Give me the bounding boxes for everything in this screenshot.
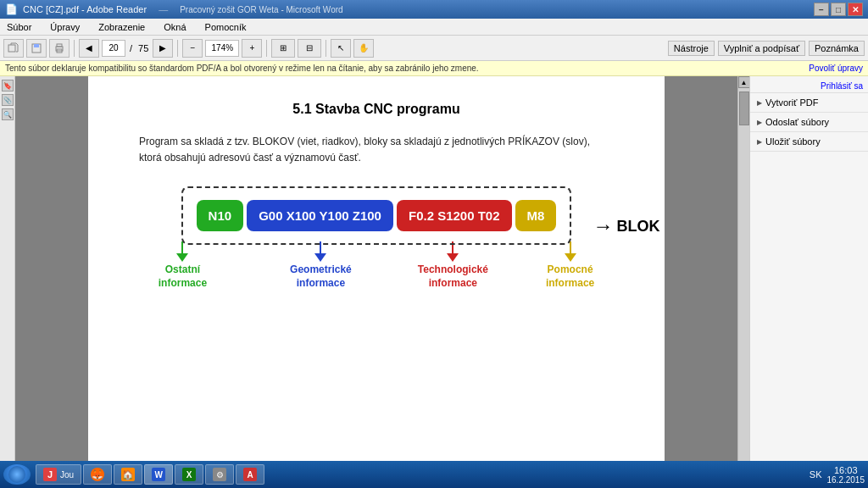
start-button-icon	[8, 466, 25, 483]
page-number-input[interactable]	[102, 40, 125, 57]
rp-section-create-pdf[interactable]: ▶ Vytvoriť PDF	[750, 93, 868, 113]
rp-arrow-1: ▶	[757, 99, 762, 107]
taskbar-home-icon: 🏠	[121, 468, 135, 481]
label-geometricke-line1: Geometrické	[290, 263, 352, 275]
page-total: 75	[136, 43, 150, 53]
block-n10: N10	[197, 200, 244, 231]
rp-arrow-3: ▶	[757, 138, 762, 146]
zoom-in-button[interactable]: +	[242, 39, 262, 58]
body-line-2: ktorá obsahujú adresovú časť a významovú…	[139, 152, 361, 164]
taskbar-word-icon: W	[152, 468, 165, 481]
info-action[interactable]: Povoliť úpravy	[809, 64, 863, 73]
menu-bar: Súbor Úpravy Zobrazenie Okná Pomocník	[0, 19, 868, 36]
taskbar-jou[interactable]: J Jou	[36, 464, 81, 485]
section-heading: Stavba CNC programu	[315, 102, 460, 116]
taskbar-jou-icon: J	[43, 468, 57, 481]
blok-label: BLOK	[617, 218, 660, 236]
svg-rect-4	[57, 44, 62, 47]
block-g00: G00 X100 Y100 Z100	[247, 200, 393, 231]
toolbar-separator-1	[74, 40, 75, 57]
block-m8: M8	[515, 200, 557, 231]
clock-date: 16.2.2015	[827, 475, 865, 485]
select-tool-button[interactable]: ↖	[331, 39, 351, 58]
taskbar-system-tray: SK 16:03 16.2.2015	[810, 465, 865, 485]
fit-width-button[interactable]: ⊟	[298, 39, 321, 58]
minimize-button[interactable]: −	[814, 3, 829, 16]
info-bar: Tento súbor deklaruje kompatibilitu so š…	[0, 61, 868, 76]
taskbar-firefox-icon: 🦊	[91, 468, 104, 481]
menu-upravy[interactable]: Úpravy	[47, 22, 83, 32]
save-button[interactable]	[26, 39, 47, 58]
label-ostatni: Ostatní informace	[159, 241, 207, 290]
taskbar-home[interactable]: 🏠	[114, 464, 142, 485]
diagram-border: N10 G00 X100 Y100 Z100 F0.2 S1200 T02 M8	[181, 186, 572, 245]
taskbar-settings[interactable]: ⚙	[205, 464, 234, 485]
menu-zobrazenie[interactable]: Zobrazenie	[95, 22, 148, 32]
zoom-input[interactable]	[205, 40, 239, 57]
prev-page-button[interactable]: ◀	[79, 39, 99, 58]
nastroje-button[interactable]: Nástroje	[668, 41, 715, 56]
taskbar-acrobat[interactable]: A	[236, 464, 264, 485]
right-panel-login[interactable]: Prihlásiť sa	[750, 80, 868, 93]
title-bar: 📄 CNC [CZ].pdf - Adobe Reader — Pracovný…	[0, 0, 868, 19]
label-geometricke: Geometrické informace	[290, 241, 352, 290]
taskbar-word[interactable]: W	[144, 464, 173, 485]
next-page-button[interactable]: ▶	[153, 39, 173, 58]
label-technologicke: Technologické informace	[418, 241, 488, 290]
vertical-scrollbar[interactable]: ▲	[737, 76, 749, 461]
toolbar: ◀ / 75 ▶ − + ⊞ ⊟ ↖ ✋ Nástroje Vyplniť a …	[0, 36, 868, 61]
toolbar-separator-2	[177, 40, 178, 57]
left-sidebar: 🔖 📎 🔍	[0, 76, 15, 461]
diagram-wrapper: N10 G00 X100 Y100 Z100 F0.2 S1200 T02 M8…	[139, 186, 614, 290]
bg-window-title: Pracovný zošit GOR Weta - Microsoft Word	[180, 5, 342, 14]
rp-label-1: Vytvoriť PDF	[765, 97, 818, 108]
fit-page-button[interactable]: ⊞	[271, 39, 295, 58]
maximize-button[interactable]: □	[831, 3, 846, 16]
block-diagram: N10 G00 X100 Y100 Z100 F0.2 S1200 T02 M8…	[139, 186, 614, 290]
comment-button[interactable]: Poznámka	[809, 41, 865, 56]
rp-arrow-2: ▶	[757, 119, 762, 126]
hand-tool-button[interactable]: ✋	[353, 39, 374, 58]
menu-okna[interactable]: Okná	[160, 22, 189, 32]
svg-rect-2	[34, 44, 39, 47]
rp-section-save-files[interactable]: ▶ Uložiť súbory	[750, 132, 868, 152]
close-button[interactable]: ✕	[848, 3, 863, 16]
taskbar-excel[interactable]: X	[175, 464, 203, 485]
taskbar-settings-icon: ⚙	[213, 468, 226, 481]
main-area: 🔖 📎 🔍 5.1 Stavba CNC programu Program sa…	[0, 76, 868, 461]
start-button[interactable]	[3, 464, 31, 485]
rp-label-3: Uložiť súbory	[765, 136, 821, 147]
zoom-out-button[interactable]: −	[182, 39, 203, 58]
sidebar-tool-1[interactable]: 🔖	[2, 80, 14, 92]
menu-pomocnik[interactable]: Pomocník	[202, 22, 250, 32]
open-button[interactable]	[3, 39, 24, 58]
scroll-thumb[interactable]	[739, 92, 749, 125]
menu-subor[interactable]: Súbor	[3, 22, 35, 32]
print-button[interactable]	[49, 39, 70, 58]
toolbar-separator-3	[266, 40, 267, 57]
blok-indicator: → BLOK	[593, 214, 660, 238]
label-technologicke-line1: Technologické	[418, 263, 488, 275]
rp-label-2: Odoslať súbory	[765, 117, 829, 127]
sidebar-tool-3[interactable]: 🔍	[2, 108, 14, 120]
window-title: CNC [CZ].pdf - Adobe Reader	[23, 4, 147, 14]
separator: —	[159, 4, 168, 14]
fill-sign-button[interactable]: Vyplniť a podpísať	[718, 41, 805, 56]
sidebar-tool-2[interactable]: 📎	[2, 94, 14, 106]
clock-time: 16:03	[834, 465, 858, 475]
title-bar-controls: − □ ✕	[814, 3, 863, 16]
right-panel-buttons: Nástroje Vyplniť a podpísať Poznámka	[668, 41, 865, 56]
rp-section-send-files[interactable]: ▶ Odoslať súbory	[750, 113, 868, 132]
toolbar-separator-4	[326, 40, 326, 57]
section-number: 5.1	[292, 102, 311, 116]
app-icon: 📄	[5, 3, 18, 15]
scroll-up-button[interactable]: ▲	[738, 76, 750, 88]
blok-arrow: →	[593, 214, 614, 238]
svg-rect-0	[8, 45, 15, 52]
taskbar-firefox[interactable]: 🦊	[83, 464, 112, 485]
labels-row: Ostatní informace Geometrické informace	[139, 241, 614, 290]
label-pomocne-line1: Pomocné	[548, 263, 593, 275]
clock: 16:03 16.2.2015	[827, 465, 865, 485]
taskbar-jou-label: Jou	[60, 470, 74, 480]
body-text: Program sa skladá z tzv. BLOKOV (viet, r…	[139, 134, 614, 166]
